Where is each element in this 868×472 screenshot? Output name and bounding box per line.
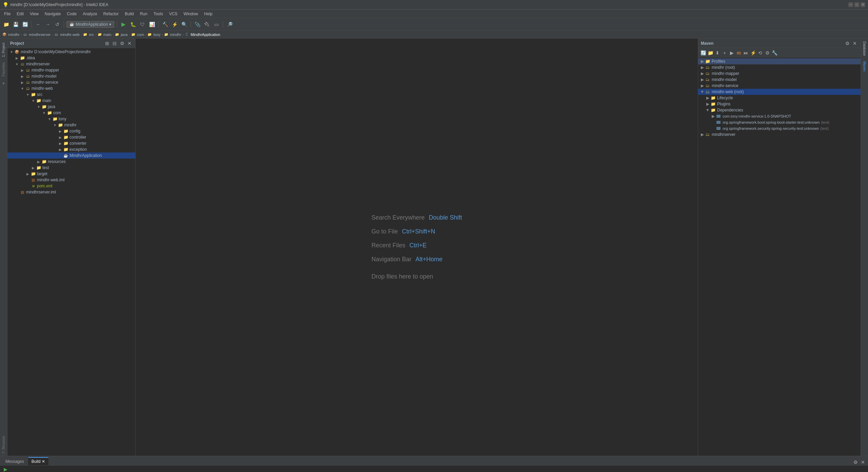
maven-item-maven-model[interactable]: ▶ 🗂 mindhr-model (698, 77, 861, 83)
toolbar-project-icon[interactable]: 📁 (2, 20, 10, 28)
maven-item-dep-3[interactable]: org.springframework.security:spring-secu… (698, 125, 861, 131)
bottom-tab-messages[interactable]: Messages (2, 458, 27, 465)
maven-refresh-btn[interactable]: 🔄 (700, 50, 706, 56)
tree-item-resources[interactable]: ▶ 📁 resources (7, 159, 135, 165)
maven-item-mindhrserver[interactable]: ▶ 🗂 mindhrserver (698, 131, 861, 138)
menu-tools[interactable]: Tools (151, 11, 166, 17)
log-line-0[interactable]: ▶ (0, 466, 868, 472)
breadcrumb-class[interactable]: MindhrApplication (190, 33, 221, 37)
bottom-panel-close-btn[interactable]: ✕ (860, 459, 866, 465)
breadcrumb-java[interactable]: java (120, 33, 128, 37)
tree-item-tony[interactable]: ▼ 📁 tony (7, 116, 135, 122)
profile-button[interactable]: 📊 (148, 20, 156, 28)
maven-item-maven-web[interactable]: ▼ 🗂 mindhr-web (root) (698, 89, 861, 95)
tree-item-model[interactable]: ▶ 🗂 mindhr-model (7, 73, 135, 79)
title-bar-controls[interactable]: ─ □ ✕ (848, 2, 865, 7)
menu-edit[interactable]: Edit (14, 11, 26, 17)
tree-item-root[interactable]: ▼ 📦 mindhr D:\code\MyGiteeProject\mindhr (7, 49, 135, 55)
tree-item-controller[interactable]: ▶ 📁 controller (7, 134, 135, 140)
revert-button[interactable]: ↺ (53, 20, 61, 28)
left-tab-structure[interactable]: 7: Structure (1, 434, 6, 456)
debug-button[interactable]: 🐛 (129, 20, 137, 28)
tree-item-main[interactable]: ▼ 📁 main (7, 98, 135, 104)
toolbar-sync-btn[interactable]: 🔄 (21, 20, 29, 28)
breadcrumb-tony[interactable]: tony (153, 33, 161, 37)
maven-close-btn[interactable]: ✕ (852, 40, 858, 46)
plugin-button[interactable]: 🔌 (203, 20, 211, 28)
search-everywhere-btn[interactable]: 🔎 (225, 20, 234, 28)
menu-help[interactable]: Help (201, 11, 215, 17)
project-panel-close-btn[interactable]: ✕ (126, 40, 133, 46)
project-panel-expand-btn[interactable]: ⊞ (104, 40, 110, 46)
tree-item-web[interactable]: ▼ 🗂 mindhr-web (7, 85, 135, 91)
menu-build[interactable]: Build (122, 11, 137, 17)
tree-item-mapper[interactable]: ▶ 🗂 mindhr-mapper (7, 67, 135, 73)
tree-item-service[interactable]: ▶ 🗂 mindhr-service (7, 79, 135, 85)
menu-file[interactable]: File (1, 11, 13, 17)
maven-run-btn[interactable]: ▶ (729, 50, 735, 56)
bottom-tab-build[interactable]: Build ✕ (28, 457, 48, 465)
maven-toggle-btn[interactable]: ⟲ (757, 50, 763, 56)
right-tab-database[interactable]: Database (862, 39, 867, 59)
maven-download-btn[interactable]: ⬇ (714, 50, 721, 56)
maven-item-profiles[interactable]: ▶ 📁 Profiles (698, 58, 861, 64)
back-button[interactable]: ← (34, 20, 42, 28)
left-tab-project[interactable]: 1: Project (1, 41, 6, 59)
project-panel-collapse-btn[interactable]: ⊟ (112, 40, 118, 46)
attach-button[interactable]: 📎 (193, 20, 201, 28)
menu-vcs[interactable]: VCS (166, 11, 180, 17)
coverage-button[interactable]: 🛡 (138, 20, 146, 28)
right-tab-maven[interactable]: Maven (862, 59, 867, 74)
breadcrumb-mindhr[interactable]: mindhr (7, 33, 20, 37)
tree-item-serveriml[interactable]: ▤ mindhrserver.iml (7, 189, 135, 195)
menu-analyze[interactable]: Analyze (80, 11, 100, 17)
maven-wrench-btn[interactable]: 🔧 (771, 50, 777, 56)
maven-plus-btn[interactable]: + (722, 50, 728, 56)
tree-item-pom[interactable]: ≋ pom.xml (7, 183, 135, 189)
breadcrumb-mindherweb[interactable]: mindhr-web (59, 33, 80, 37)
maven-m-btn[interactable]: m (736, 50, 742, 56)
forward-button[interactable]: → (44, 20, 52, 28)
menu-code[interactable]: Code (64, 11, 79, 17)
tree-item-test[interactable]: ▶ 📁 test (7, 165, 135, 171)
maven-skip-btn[interactable]: ⏭ (743, 50, 749, 56)
maven-item-maven-mapper[interactable]: ▶ 🗂 mindhr-mapper (698, 70, 861, 77)
tree-item-target[interactable]: ▶ 📁 target (7, 171, 135, 177)
run-button[interactable]: ▶ (119, 20, 127, 28)
maven-item-mindhr-root[interactable]: ▶ 🗂 mindhr (root) (698, 64, 861, 70)
maven-item-lifecycle[interactable]: ▶ 📁 Lifecycle (698, 95, 861, 101)
menu-refactor[interactable]: Refactor (101, 11, 121, 17)
left-tab-star[interactable]: ★ (1, 80, 6, 87)
menu-navigate[interactable]: Navigate (42, 11, 63, 17)
tree-item-com[interactable]: ▼ 📁 com (7, 110, 135, 116)
menu-window[interactable]: Window (181, 11, 201, 17)
breadcrumb-com[interactable]: com (136, 33, 145, 37)
tree-item-mindhrserver[interactable]: ▼ 🗂 mindhrserver (7, 61, 135, 67)
tree-item-config[interactable]: ▶ 📁 config (7, 128, 135, 134)
run-config-selector[interactable]: ☕ MindhrApplication ▾ (66, 21, 114, 28)
tree-item-java[interactable]: ▼ 📁 java (7, 104, 135, 110)
maven-item-dep-1[interactable]: ▶ com.tony:mindhr-service:1.0-SNAPSHOT (698, 113, 861, 119)
tree-item-webxml[interactable]: ▤ mindhr-web.iml (7, 177, 135, 183)
maven-settings-btn[interactable]: ⚙ (844, 40, 850, 46)
maven-item-dep-2[interactable]: org.springframework.boot:spring-boot-sta… (698, 119, 861, 125)
left-tab-favorites[interactable]: Favorites (1, 60, 6, 78)
tree-item-idea[interactable]: ▶ 📁 .idea (7, 55, 135, 61)
maven-item-deps[interactable]: ▼ 📁 Dependencies (698, 107, 861, 113)
tree-item-converter[interactable]: ▶ 📁 converter (7, 140, 135, 146)
maven-add-btn[interactable]: 📁 (707, 50, 713, 56)
build-button[interactable]: 🔨 (161, 20, 169, 28)
breadcrumb-src[interactable]: src (88, 33, 95, 37)
tree-item-exception[interactable]: ▶ 📁 exception (7, 146, 135, 152)
tree-item-mindhr-pkg[interactable]: ▼ 📁 mindhr (7, 122, 135, 128)
menu-view[interactable]: View (27, 11, 41, 17)
tree-item-src[interactable]: ▼ 📁 src (7, 91, 135, 98)
project-panel-settings-btn[interactable]: ⚙ (119, 40, 125, 46)
layout-button[interactable]: ▭ (212, 20, 220, 28)
toolbar-save-btn[interactable]: 💾 (12, 20, 20, 28)
find-button[interactable]: 🔍 (180, 20, 188, 28)
maximize-button[interactable]: □ (854, 2, 859, 7)
maven-item-maven-service[interactable]: ▶ 🗂 mindhr-service (698, 83, 861, 89)
breadcrumb-mindhrserver[interactable]: mindhrserver (28, 33, 51, 37)
maven-item-plugins[interactable]: ▶ 📁 Plugins (698, 101, 861, 107)
